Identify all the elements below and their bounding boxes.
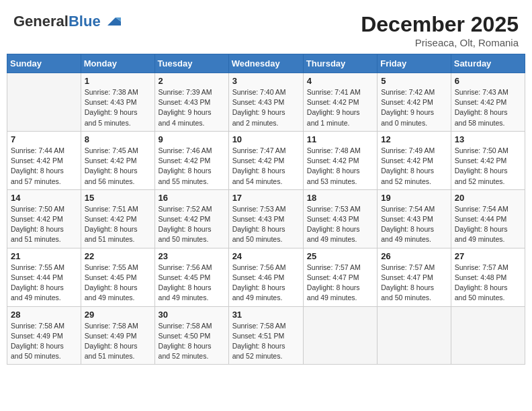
day-number: 19 [381,193,447,203]
calendar-cell: 11Sunrise: 7:48 AMSunset: 4:42 PMDayligh… [303,131,377,189]
day-header-saturday: Saturday [451,54,525,73]
day-info: Sunrise: 7:55 AMSunset: 4:45 PMDaylight:… [85,263,151,304]
calendar-table: SundayMondayTuesdayWednesdayThursdayFrid… [7,54,525,365]
calendar-cell: 25Sunrise: 7:57 AMSunset: 4:47 PMDayligh… [303,248,377,306]
day-info: Sunrise: 7:49 AMSunset: 4:42 PMDaylight:… [381,146,447,187]
calendar-cell: 9Sunrise: 7:46 AMSunset: 4:42 PMDaylight… [154,131,228,189]
day-info: Sunrise: 7:58 AMSunset: 4:50 PMDaylight:… [159,321,225,362]
day-number: 31 [232,310,300,320]
calendar-cell: 6Sunrise: 7:43 AMSunset: 4:42 PMDaylight… [451,73,525,132]
day-info: Sunrise: 7:58 AMSunset: 4:49 PMDaylight:… [85,321,151,362]
calendar-cell: 27Sunrise: 7:57 AMSunset: 4:48 PMDayligh… [451,248,525,306]
day-info: Sunrise: 7:52 AMSunset: 4:42 PMDaylight:… [159,204,225,245]
calendar-cell: 4Sunrise: 7:41 AMSunset: 4:42 PMDaylight… [303,73,377,132]
calendar-cell: 28Sunrise: 7:58 AMSunset: 4:49 PMDayligh… [7,306,81,365]
day-info: Sunrise: 7:54 AMSunset: 4:43 PMDaylight:… [381,204,447,245]
calendar-cell [303,306,377,365]
day-info: Sunrise: 7:50 AMSunset: 4:42 PMDaylight:… [11,204,77,245]
calendar-week-4: 21Sunrise: 7:55 AMSunset: 4:44 PMDayligh… [7,248,525,306]
calendar-week-5: 28Sunrise: 7:58 AMSunset: 4:49 PMDayligh… [7,306,525,365]
calendar-cell: 24Sunrise: 7:56 AMSunset: 4:46 PMDayligh… [228,248,303,306]
page-header: GeneralBlue December 2025 Priseaca, Olt,… [7,7,525,48]
day-number: 9 [159,134,225,144]
month-title: December 2025 [361,12,519,37]
day-info: Sunrise: 7:48 AMSunset: 4:42 PMDaylight:… [307,146,373,187]
day-number: 14 [11,193,77,203]
day-info: Sunrise: 7:42 AMSunset: 4:42 PMDaylight:… [381,87,447,128]
day-header-sunday: Sunday [7,54,81,73]
day-number: 29 [85,310,151,320]
calendar-cell: 22Sunrise: 7:55 AMSunset: 4:45 PMDayligh… [81,248,154,306]
calendar-cell: 16Sunrise: 7:52 AMSunset: 4:42 PMDayligh… [154,189,228,248]
day-number: 23 [159,251,225,261]
day-number: 10 [232,134,300,144]
day-number: 27 [455,251,521,261]
calendar-cell: 26Sunrise: 7:57 AMSunset: 4:47 PMDayligh… [378,248,451,306]
day-number: 28 [11,310,77,320]
day-info: Sunrise: 7:38 AMSunset: 4:43 PMDaylight:… [85,87,151,128]
calendar-cell: 8Sunrise: 7:45 AMSunset: 4:42 PMDaylight… [81,131,154,189]
day-header-wednesday: Wednesday [228,54,303,73]
calendar-cell: 12Sunrise: 7:49 AMSunset: 4:42 PMDayligh… [378,131,451,189]
day-number: 26 [381,251,447,261]
logo-icon [102,12,121,31]
day-number: 30 [159,310,225,320]
day-info: Sunrise: 7:53 AMSunset: 4:43 PMDaylight:… [307,204,373,245]
day-info: Sunrise: 7:41 AMSunset: 4:42 PMDaylight:… [307,87,373,128]
calendar-cell: 14Sunrise: 7:50 AMSunset: 4:42 PMDayligh… [7,189,81,248]
day-number: 8 [85,134,151,144]
calendar-cell: 17Sunrise: 7:53 AMSunset: 4:43 PMDayligh… [228,189,303,248]
day-number: 4 [307,76,373,86]
day-number: 20 [455,193,521,203]
day-info: Sunrise: 7:58 AMSunset: 4:51 PMDaylight:… [232,321,300,362]
location: Priseaca, Olt, Romania [361,37,519,48]
day-number: 13 [455,134,521,144]
logo: GeneralBlue [13,12,121,31]
day-info: Sunrise: 7:44 AMSunset: 4:42 PMDaylight:… [11,146,77,187]
day-number: 2 [159,76,225,86]
day-number: 7 [11,134,77,144]
day-header-tuesday: Tuesday [154,54,228,73]
day-info: Sunrise: 7:57 AMSunset: 4:47 PMDaylight:… [381,263,447,304]
calendar-cell: 2Sunrise: 7:39 AMSunset: 4:43 PMDaylight… [154,73,228,132]
day-number: 18 [307,193,373,203]
calendar-cell: 19Sunrise: 7:54 AMSunset: 4:43 PMDayligh… [378,189,451,248]
calendar-cell: 3Sunrise: 7:40 AMSunset: 4:43 PMDaylight… [228,73,303,132]
calendar-cell [378,306,451,365]
day-info: Sunrise: 7:57 AMSunset: 4:47 PMDaylight:… [307,263,373,304]
day-info: Sunrise: 7:54 AMSunset: 4:44 PMDaylight:… [455,204,521,245]
calendar-cell: 23Sunrise: 7:56 AMSunset: 4:45 PMDayligh… [154,248,228,306]
day-number: 22 [85,251,151,261]
calendar-cell: 5Sunrise: 7:42 AMSunset: 4:42 PMDaylight… [378,73,451,132]
day-info: Sunrise: 7:56 AMSunset: 4:46 PMDaylight:… [232,263,300,304]
day-number: 1 [85,76,151,86]
day-header-thursday: Thursday [303,54,377,73]
calendar-header-row: SundayMondayTuesdayWednesdayThursdayFrid… [7,54,525,73]
calendar-cell: 31Sunrise: 7:58 AMSunset: 4:51 PMDayligh… [228,306,303,365]
day-info: Sunrise: 7:39 AMSunset: 4:43 PMDaylight:… [159,87,225,128]
calendar-cell [7,73,81,132]
day-info: Sunrise: 7:45 AMSunset: 4:42 PMDaylight:… [85,146,151,187]
day-info: Sunrise: 7:47 AMSunset: 4:42 PMDaylight:… [232,146,300,187]
day-number: 12 [381,134,447,144]
day-number: 16 [159,193,225,203]
day-number: 5 [381,76,447,86]
day-number: 11 [307,134,373,144]
calendar-cell [451,306,525,365]
day-info: Sunrise: 7:50 AMSunset: 4:42 PMDaylight:… [455,146,521,187]
day-info: Sunrise: 7:56 AMSunset: 4:45 PMDaylight:… [159,263,225,304]
calendar-cell: 1Sunrise: 7:38 AMSunset: 4:43 PMDaylight… [81,73,154,132]
calendar-cell: 7Sunrise: 7:44 AMSunset: 4:42 PMDaylight… [7,131,81,189]
calendar-cell: 15Sunrise: 7:51 AMSunset: 4:42 PMDayligh… [81,189,154,248]
day-header-friday: Friday [378,54,451,73]
calendar-cell: 29Sunrise: 7:58 AMSunset: 4:49 PMDayligh… [81,306,154,365]
day-header-monday: Monday [81,54,154,73]
day-number: 15 [85,193,151,203]
calendar-cell: 20Sunrise: 7:54 AMSunset: 4:44 PMDayligh… [451,189,525,248]
calendar-cell: 21Sunrise: 7:55 AMSunset: 4:44 PMDayligh… [7,248,81,306]
day-number: 17 [232,193,300,203]
calendar-week-2: 7Sunrise: 7:44 AMSunset: 4:42 PMDaylight… [7,131,525,189]
day-info: Sunrise: 7:57 AMSunset: 4:48 PMDaylight:… [455,263,521,304]
logo-general-text: General [13,13,69,30]
calendar-cell: 18Sunrise: 7:53 AMSunset: 4:43 PMDayligh… [303,189,377,248]
